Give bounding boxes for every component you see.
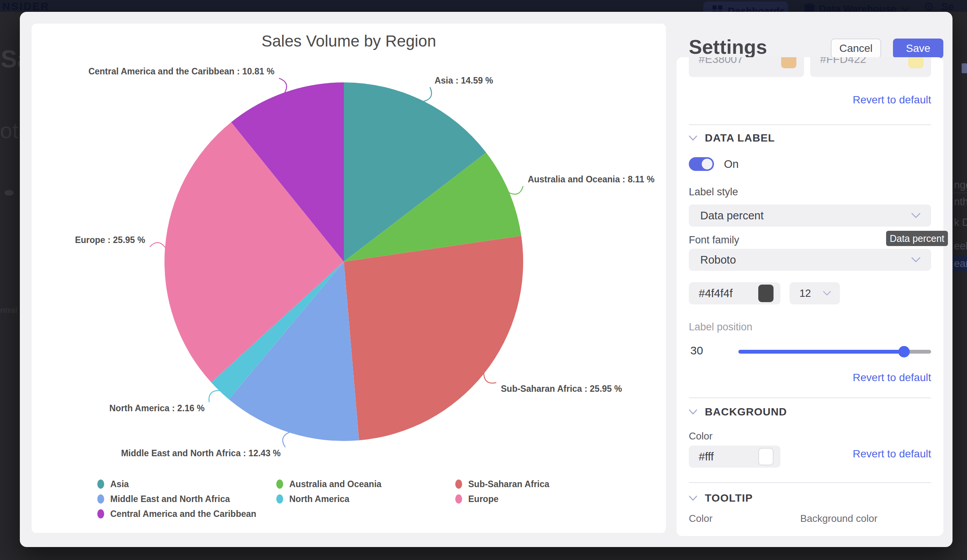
database-icon [804,3,814,12]
section-header-data-label[interactable]: DATA LABEL [688,132,775,144]
section-title: TOOLTIP [705,492,753,504]
legend-item[interactable]: Central America and the Caribbean [97,508,256,520]
background-button-partial [962,63,967,73]
series-color-2-swatch[interactable] [908,57,924,68]
legend-label: Sub-Saharan Africa [468,479,550,489]
chevron-down-icon [822,290,832,296]
chart-settings-modal: Sales Volume by Region Asia : 14.59 %Aus… [20,12,952,547]
legend-item[interactable]: North America [276,493,350,505]
section-title: DATA LABEL [705,132,775,144]
pie-data-label: Europe : 25.95 % [75,235,145,245]
background-color-swatch[interactable] [758,448,774,465]
font-size-value: 12 [799,288,822,300]
legend-label: Asia [110,479,129,489]
font-size-dropdown[interactable]: 12 [790,282,840,305]
pie-label-leader [508,186,523,194]
chevron-down-icon [688,495,698,502]
revert-background-link[interactable]: Revert to default [853,448,931,460]
nav-dashboards-label: Dashboards [728,5,785,12]
data-label-toggle[interactable] [689,157,714,171]
background-color-input[interactable]: #fff [689,446,781,468]
settings-panel-title: Settings [689,35,767,58]
top-navbar: NSIDER Dashboards Data Warehouse ⚙ Se [0,0,967,12]
legend-dot [276,479,283,489]
chart-card: Sales Volume by Region Asia : 14.59 %Aus… [32,24,666,533]
nav-dashboards[interactable]: Dashboards [703,2,788,12]
pie-label-leader [283,432,290,447]
series-color-input-1[interactable]: #E38007 [689,57,804,77]
background-color-label: Color [689,430,713,442]
series-color-2-value: #FFD422 [820,57,908,66]
label-position-label: Label position [689,321,752,333]
background-menu-item: nth [954,196,967,208]
legend-label: Europe [468,494,498,504]
legend-dot [455,494,462,504]
pie-label-leader [209,390,221,402]
series-color-1-swatch[interactable] [781,57,796,68]
dashboards-grid-icon [713,5,723,12]
font-color-swatch[interactable] [758,285,774,302]
series-color-input-2[interactable]: #FFD422 [810,57,931,77]
label-style-dropdown[interactable]: Data percent [689,204,931,227]
section-header-background[interactable]: BACKGROUND [688,406,787,418]
pie-data-label: Asia : 14.59 % [435,76,493,86]
legend-label: Central America and the Caribbean [110,509,256,519]
background-menu-item: nge [954,179,967,191]
legend-item[interactable]: Australia and Oceania [276,478,381,490]
legend-label: Middle East and North Africa [110,494,230,504]
chevron-down-icon [911,212,921,219]
label-style-label: Label style [689,186,738,198]
cancel-button[interactable]: Cancel [831,38,881,58]
revert-series-colors-link[interactable]: Revert to default [853,94,931,106]
divider [689,482,931,483]
save-button[interactable]: Save [893,38,943,58]
nav-data-warehouse[interactable]: Data Warehouse [804,3,909,12]
font-family-value: Roboto [700,254,911,266]
divider [952,193,967,193]
legend-label: North America [289,494,350,504]
font-family-dropdown[interactable]: Roboto [689,249,931,271]
tooltip-color-label: Color [689,513,713,525]
legend-dot [455,479,462,489]
toggle-state-label: On [724,158,739,171]
section-title: BACKGROUND [705,406,787,418]
legend-dot [97,509,104,519]
app-logo: NSIDER [2,0,50,12]
gear-icon[interactable]: ⚙ [924,0,934,12]
pie-data-label: Sub-Saharan Africa : 25.95 % [501,384,622,394]
font-color-value: #4f4f4f [699,287,758,300]
nav-data-warehouse-label: Data Warehouse [819,3,896,12]
chevron-down-icon [688,135,698,142]
revert-data-label-link[interactable]: Revert to default [853,372,931,384]
background-bullet-dot [5,190,14,196]
tooltip-background-color-label: Background color [800,513,877,525]
chevron-down-icon [911,256,921,263]
legend-label: Australia and Oceania [289,479,381,489]
background-menu-item: eek [954,240,967,252]
legend-dot [276,494,283,504]
background-menu-item: k D [954,217,967,229]
pie-data-label: Australia and Oceania : 8.11 % [528,175,655,184]
background-color-value: #fff [699,451,758,463]
font-family-label: Font family [689,234,739,246]
section-header-tooltip[interactable]: TOOLTIP [688,492,753,504]
pie-data-label: Middle East and North Africa : 12.43 % [121,448,281,458]
pie-chart: Asia : 14.59 %Australia and Oceania : 8.… [32,24,666,533]
slider-thumb[interactable] [898,346,910,357]
legend-item[interactable]: Middle East and North Africa [97,493,230,505]
divider [689,124,931,125]
divider [689,397,931,398]
label-position-value: 30 [690,344,703,357]
pie-label-leader [150,243,166,248]
slider-fill [738,350,904,354]
pie-label-leader [279,78,287,94]
legend-dot [97,479,104,489]
legend-item[interactable]: Sub-Saharan Africa [455,478,550,490]
legend-item[interactable]: Europe [455,493,498,505]
chevron-down-icon [688,408,698,415]
background-chart-label-partial: ntral [0,306,18,315]
nav-settings-partial-label: Se [941,1,954,12]
font-color-input[interactable]: #4f4f4f [689,282,781,305]
legend-item[interactable]: Asia [97,478,129,490]
pie-slice-3[interactable] [344,236,523,440]
